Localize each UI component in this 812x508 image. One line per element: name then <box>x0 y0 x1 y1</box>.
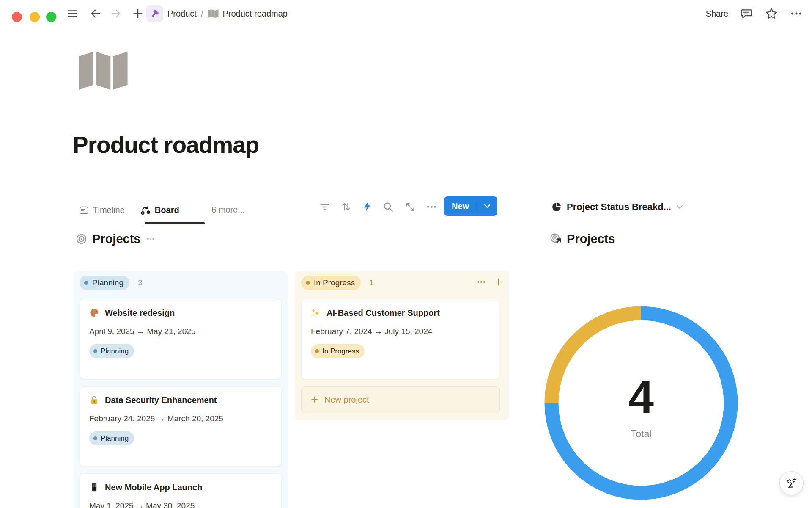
tab-timeline-label: Timeline <box>93 205 125 215</box>
group-pill-planning[interactable]: Planning <box>80 276 129 290</box>
timeline-icon <box>79 205 89 215</box>
minimize-window-button[interactable] <box>30 12 40 22</box>
tab-board[interactable]: Board <box>140 204 179 215</box>
ellipsis-icon <box>426 201 437 213</box>
more-options-icon[interactable] <box>790 7 803 20</box>
ai-face-icon <box>785 477 798 490</box>
chart-view-selector-label: Project Status Breakd... <box>567 202 671 213</box>
breadcrumb-page[interactable]: Product roadmap <box>223 9 288 19</box>
plus-icon <box>310 395 319 404</box>
arrow-right-icon <box>110 8 122 19</box>
card-status-tag: Planning <box>89 344 134 358</box>
history-forward-button[interactable] <box>109 6 123 21</box>
teamspace-icon-button[interactable] <box>146 5 163 22</box>
search-button[interactable] <box>382 201 394 213</box>
column-options-icon[interactable] <box>476 277 486 287</box>
status-label: In Progress <box>322 347 359 356</box>
status-label: Planning <box>101 434 129 443</box>
pie-chart-icon <box>551 202 562 212</box>
app-window: Product / Product roadmap Share <box>0 0 812 508</box>
target-icon <box>76 233 87 245</box>
breadcrumb-separator: / <box>201 9 203 19</box>
lock-emoji <box>89 395 99 405</box>
tab-board-label: Board <box>155 205 179 215</box>
card-date-range: February 24, 2025 → March 20, 2025 <box>89 414 272 423</box>
arrow-left-icon <box>90 8 102 19</box>
filter-button[interactable] <box>318 201 330 213</box>
column-controls <box>476 277 503 287</box>
breadcrumb: Product / Product roadmap <box>146 0 288 27</box>
status-dot <box>84 281 88 285</box>
tab-timeline[interactable]: Timeline <box>79 205 125 215</box>
new-button-label: New <box>444 202 477 211</box>
page-title: Product roadmap <box>73 131 259 158</box>
expand-diagonal-icon <box>404 201 416 213</box>
more-views-button[interactable]: 6 more... <box>211 205 245 215</box>
new-page-button[interactable] <box>131 6 145 21</box>
status-dot <box>306 281 310 285</box>
column-header-in-progress: In Progress 1 <box>301 276 374 290</box>
new-project-label: New project <box>324 395 369 405</box>
chart-section-header: Projects <box>550 231 615 246</box>
group-count: 1 <box>369 278 374 287</box>
toolbar-divider <box>74 224 513 224</box>
project-card[interactable]: Website redesign April 9, 2025 → May 21,… <box>80 299 282 379</box>
expand-view-button[interactable] <box>404 201 416 213</box>
card-date-range: May 1, 2025 → May 30, 2025 <box>89 501 272 508</box>
share-button[interactable]: Share <box>706 9 728 19</box>
mobile-phone-emoji <box>89 482 99 492</box>
project-card[interactable]: Data Security Enhancement February 24, 2… <box>80 386 282 467</box>
group-name: Planning <box>92 278 123 287</box>
window-titlebar: Product / Product roadmap Share <box>0 0 812 27</box>
sidebar-menu-button[interactable] <box>65 6 80 21</box>
board-title[interactable]: Projects <box>92 232 140 246</box>
zoom-window-button[interactable] <box>46 12 56 22</box>
history-back-button[interactable] <box>88 6 103 21</box>
map-icon <box>208 8 219 19</box>
target-arrow-icon <box>550 233 562 245</box>
sparkles-emoji <box>311 308 321 318</box>
card-status-tag: Planning <box>89 431 134 445</box>
lightning-bolt-icon <box>362 201 373 212</box>
topbar-actions: Share <box>706 0 803 27</box>
new-button[interactable]: New <box>444 196 497 216</box>
status-dot <box>93 349 97 353</box>
chevron-down-icon <box>676 205 683 209</box>
breadcrumb-teamspace[interactable]: Product <box>167 9 197 19</box>
group-pill-in-progress[interactable]: In Progress <box>301 276 361 290</box>
board-options-icon[interactable] <box>145 234 156 244</box>
add-card-icon[interactable] <box>493 277 503 287</box>
status-dot <box>93 436 97 440</box>
card-title: Website redesign <box>105 308 175 318</box>
hammer-icon <box>150 8 160 19</box>
chart-view-selector[interactable]: Project Status Breakd... <box>551 201 683 213</box>
close-window-button[interactable] <box>12 12 22 22</box>
notion-ai-button[interactable] <box>779 471 804 495</box>
project-card[interactable]: New Mobile App Launch May 1, 2025 → May … <box>80 473 282 508</box>
card-status-tag: In Progress <box>311 344 365 358</box>
comments-icon[interactable] <box>740 7 753 20</box>
card-date-range: April 9, 2025 → May 21, 2025 <box>89 327 272 336</box>
favorite-star-icon[interactable] <box>765 7 778 20</box>
automations-button[interactable] <box>361 201 373 213</box>
new-button-dropdown[interactable] <box>477 204 497 208</box>
view-options-button[interactable] <box>425 201 437 213</box>
chevron-down-icon <box>484 204 491 208</box>
donut-total-value: 4 <box>578 374 705 420</box>
card-title: Data Security Enhancement <box>105 395 217 405</box>
chart-header-divider <box>548 224 750 224</box>
card-title: AI-Based Customer Support <box>326 308 440 318</box>
board-section-header: Projects <box>76 231 156 246</box>
card-date-range: February 7, 2024 → July 15, 2024 <box>311 327 490 336</box>
page-icon-button[interactable] <box>77 50 129 92</box>
group-name: In Progress <box>314 278 355 287</box>
status-label: Planning <box>101 347 129 356</box>
hamburger-icon <box>66 8 78 19</box>
sort-button[interactable] <box>340 201 352 213</box>
donut-total-label: Total <box>578 428 705 440</box>
new-project-button[interactable]: New project <box>301 386 500 413</box>
palette-emoji <box>89 308 99 318</box>
card-title: New Mobile App Launch <box>105 483 202 492</box>
chart-title[interactable]: Projects <box>567 232 615 246</box>
project-card[interactable]: AI-Based Customer Support February 7, 20… <box>301 299 500 379</box>
